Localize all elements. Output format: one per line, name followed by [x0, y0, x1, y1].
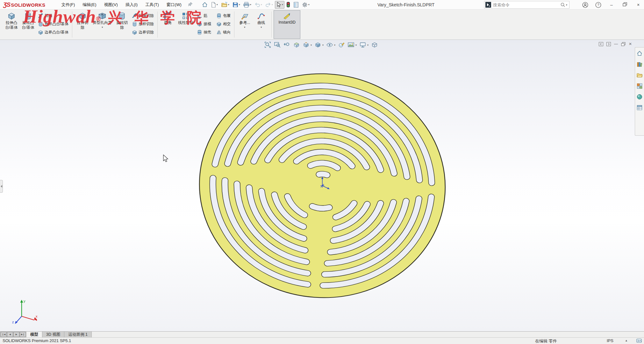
curves-button[interactable]: 曲线 ▾ — [253, 11, 269, 30]
undo-button[interactable]: ▾ — [253, 1, 263, 9]
restore-button[interactable] — [622, 2, 628, 7]
expand-right-pane-icon[interactable] — [606, 42, 611, 46]
help-icon[interactable]: ? — [595, 2, 601, 8]
appearances-scenes-icon[interactable] — [636, 93, 643, 100]
close-button[interactable]: × — [635, 2, 641, 7]
tab-bar-filler — [92, 332, 644, 337]
file-explorer-icon[interactable] — [636, 72, 643, 79]
button-label: 参考... — [239, 20, 250, 25]
solidworks-resources-icon[interactable] — [636, 50, 643, 57]
menu-edit[interactable]: 编辑(E) — [79, 1, 99, 9]
search-brand-icon — [485, 2, 491, 8]
instant3d-toggle[interactable]: Instant3D — [274, 10, 300, 39]
last-tab-button[interactable]: ▶❙ — [20, 332, 26, 337]
command-search[interactable]: ▾ — [484, 1, 569, 9]
menu-pin-icon[interactable] — [188, 2, 193, 8]
dropdown-arrow-icon[interactable]: ▾ — [367, 44, 369, 47]
mouse-cursor — [163, 155, 168, 162]
menu-tools[interactable]: 工具(T) — [142, 1, 162, 9]
reference-geometry-button[interactable]: 参考... ▾ — [236, 11, 253, 30]
model-view[interactable]: y x z — [0, 47, 644, 331]
3d-views-tab[interactable]: 3D 视图 — [42, 332, 64, 337]
custom-properties-icon[interactable] — [636, 104, 643, 111]
button-label: 台/基体 — [5, 25, 18, 30]
button-label: 异型孔向导 — [93, 20, 112, 25]
swept-cut-button[interactable]: 扫描切除 — [130, 12, 155, 19]
doc-minimize-button[interactable]: — — [614, 42, 618, 46]
select-tool-button[interactable]: ▾ — [275, 1, 284, 9]
feature-manager-collapse-tab[interactable] — [0, 180, 3, 193]
boundary-boss-icon — [38, 30, 43, 35]
button-label: 圆角 — [164, 20, 172, 25]
search-input[interactable] — [493, 3, 560, 7]
options-button[interactable]: ▾ — [301, 1, 311, 9]
dropdown-arrow-icon[interactable]: ▾ — [261, 26, 262, 29]
redo-button[interactable]: ▾ — [264, 1, 274, 9]
unit-system-expander-icon[interactable]: ▲ — [625, 339, 628, 342]
extruded-cut-button[interactable]: 拉伸切 除 — [74, 11, 91, 31]
search-dropdown-icon[interactable]: ▾ — [566, 4, 567, 6]
intersect-button[interactable]: 相交 — [215, 20, 232, 28]
search-icon[interactable] — [560, 2, 565, 7]
lofted-cut-icon — [132, 21, 137, 27]
hole-wizard-button[interactable]: 异型孔向导 ▾ — [91, 11, 114, 30]
menu-window[interactable]: 窗口(W) — [163, 1, 185, 9]
boundary-cut-icon — [132, 30, 137, 35]
tag-icon[interactable] — [636, 338, 642, 344]
open-file-button[interactable]: ▾ — [220, 1, 231, 9]
linear-pattern-button[interactable]: 线性阵列 — [176, 11, 195, 26]
doc-restore-button[interactable] — [621, 42, 626, 46]
model-tab[interactable]: 模型 — [26, 332, 42, 337]
ribbon-group-boss: 拉伸凸 台/基体 旋转凸 台/基体 扫描 放样凸台/基体 边界凸台/基体 — [1, 10, 72, 39]
rebuild-button[interactable] — [285, 1, 291, 9]
graphics-area[interactable]: ▾▾▾▾▾ — ✕ y x z — [0, 40, 644, 331]
menu-file[interactable]: 文件(F) — [58, 1, 78, 9]
minimize-button[interactable]: – — [608, 2, 615, 7]
next-tab-button[interactable]: ▶ — [13, 332, 19, 337]
extruded-boss-base-button[interactable]: 拉伸凸 台/基体 — [3, 11, 20, 31]
boundary-cut-button[interactable]: 边界切除 — [130, 29, 155, 36]
save-button[interactable]: ▾ — [231, 1, 241, 9]
home-button[interactable] — [201, 1, 209, 9]
logo-text: SOLIDWORKS — [11, 2, 45, 8]
rib-button[interactable]: 筋 — [195, 12, 213, 19]
button-label: 镜向 — [223, 30, 231, 35]
unit-system-text[interactable]: IPS — [607, 338, 613, 343]
command-manager-ribbon: 拉伸凸 台/基体 旋转凸 台/基体 扫描 放样凸台/基体 边界凸台/基体 拉伸切… — [0, 10, 644, 40]
document-title: Vary_Sketch-Finish.SLDPRT — [377, 0, 434, 10]
dropdown-arrow-icon[interactable]: ▾ — [311, 44, 312, 47]
boundary-boss-button[interactable]: 边界凸台/基体 — [36, 29, 70, 36]
dropdown-arrow-icon[interactable]: ▾ — [322, 44, 324, 47]
button-label: 扫描 — [45, 13, 52, 18]
linear-pattern-icon — [181, 12, 190, 20]
doc-close-button[interactable]: ✕ — [629, 42, 632, 46]
menu-view[interactable]: 视图(V) — [101, 1, 121, 9]
menu-insert[interactable]: 插入(I) — [122, 1, 141, 9]
lofted-cut-button[interactable]: 放样切除 — [130, 20, 155, 28]
print-button[interactable]: ▾ — [242, 1, 253, 9]
lofted-boss-button[interactable]: 放样凸台/基体 — [36, 20, 70, 28]
previous-tab-button[interactable]: ◀ — [7, 332, 13, 337]
revolved-boss-base-button[interactable]: 旋转凸 台/基体 — [20, 11, 36, 31]
dropdown-arrow-icon[interactable]: ▾ — [334, 44, 335, 47]
first-tab-button[interactable]: ❙◀ — [1, 332, 7, 337]
draft-button[interactable]: 拔模 — [195, 20, 213, 28]
dropdown-arrow-icon[interactable]: ▾ — [355, 44, 357, 47]
mirror-button[interactable]: 镜向 — [215, 29, 232, 36]
button-label: 曲线 — [257, 20, 265, 25]
dropdown-arrow-icon[interactable]: ▾ — [244, 26, 245, 29]
revolved-cut-button[interactable]: 旋转切 除 — [114, 11, 130, 31]
fillet-button[interactable]: 圆角 — [160, 11, 176, 26]
design-library-icon[interactable] — [636, 61, 643, 68]
new-file-button[interactable]: ▾ — [210, 1, 219, 9]
collapse-left-pane-icon[interactable] — [599, 42, 603, 46]
button-label: 台/基体 — [22, 25, 34, 30]
account-icon[interactable] — [582, 2, 588, 8]
motion-study-tab[interactable]: 运动算例 1 — [64, 332, 91, 337]
dropdown-arrow-icon[interactable]: ▾ — [102, 26, 103, 29]
swept-boss-button[interactable]: 扫描 — [36, 12, 70, 19]
wrap-button[interactable]: 包覆 — [215, 12, 232, 19]
shell-button[interactable]: 抽壳 — [195, 29, 213, 36]
view-palette-icon[interactable] — [636, 82, 643, 90]
file-properties-button[interactable] — [292, 1, 300, 9]
